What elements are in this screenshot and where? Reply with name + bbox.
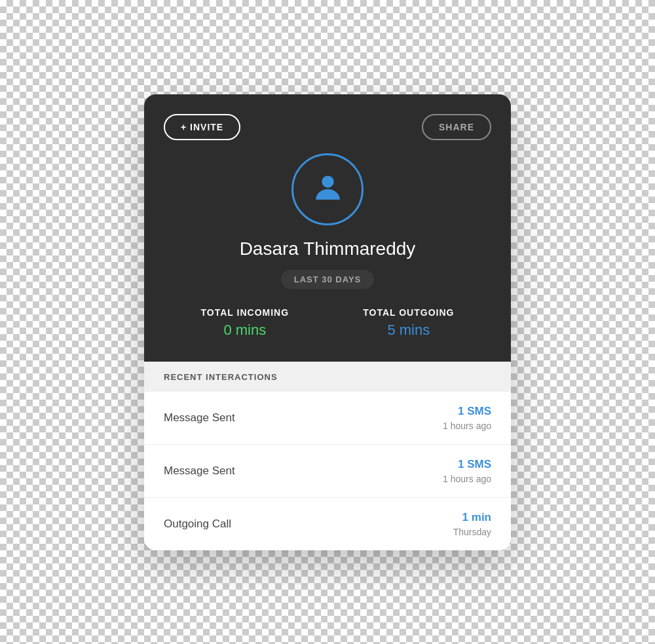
- interaction-value-2: 1 SMS: [458, 458, 491, 471]
- interaction-time-3: Thursday: [453, 527, 491, 537]
- action-buttons: + INVITE SHARE: [164, 114, 491, 140]
- interaction-type-1: Message Sent: [164, 411, 235, 425]
- incoming-stat: TOTAL INCOMING 0 mins: [201, 307, 290, 339]
- card-header: + INVITE SHARE Dasara Thimmareddy LAST 3…: [144, 94, 511, 362]
- interaction-type-3: Outgoing Call: [164, 518, 231, 531]
- interaction-time-2: 1 hours ago: [443, 474, 491, 484]
- period-badge[interactable]: LAST 30 DAYS: [281, 270, 375, 289]
- outgoing-label: TOTAL OUTGOING: [363, 307, 454, 318]
- outgoing-stat: TOTAL OUTGOING 5 mins: [363, 307, 454, 339]
- interaction-item: Message Sent 1 SMS 1 hours ago: [144, 445, 511, 498]
- interaction-value-3: 1 min: [462, 511, 491, 524]
- share-button[interactable]: SHARE: [422, 114, 491, 140]
- interaction-type-2: Message Sent: [164, 464, 235, 478]
- interaction-item: Outgoing Call 1 min Thursday: [144, 498, 511, 550]
- interaction-right-1: 1 SMS 1 hours ago: [443, 405, 491, 431]
- stats-row: TOTAL INCOMING 0 mins TOTAL OUTGOING 5 m…: [164, 307, 491, 339]
- contact-card: + INVITE SHARE Dasara Thimmareddy LAST 3…: [144, 94, 511, 550]
- interaction-time-1: 1 hours ago: [443, 421, 491, 431]
- avatar: [291, 153, 364, 225]
- interaction-right-3: 1 min Thursday: [453, 511, 491, 537]
- incoming-value: 0 mins: [223, 322, 266, 339]
- incoming-label: TOTAL INCOMING: [201, 307, 290, 318]
- outgoing-value: 5 mins: [387, 322, 430, 339]
- interactions-header: RECENT INTERACTIONS: [144, 362, 511, 392]
- interactions-title: RECENT INTERACTIONS: [164, 372, 278, 382]
- interactions-section: RECENT INTERACTIONS Message Sent 1 SMS 1…: [144, 362, 511, 550]
- interaction-item: Message Sent 1 SMS 1 hours ago: [144, 392, 511, 445]
- contact-name: Dasara Thimmareddy: [240, 238, 416, 259]
- person-icon: [310, 170, 346, 208]
- invite-button[interactable]: + INVITE: [164, 114, 240, 140]
- svg-point-0: [322, 176, 333, 187]
- interaction-value-1: 1 SMS: [458, 405, 491, 418]
- interaction-right-2: 1 SMS 1 hours ago: [443, 458, 491, 484]
